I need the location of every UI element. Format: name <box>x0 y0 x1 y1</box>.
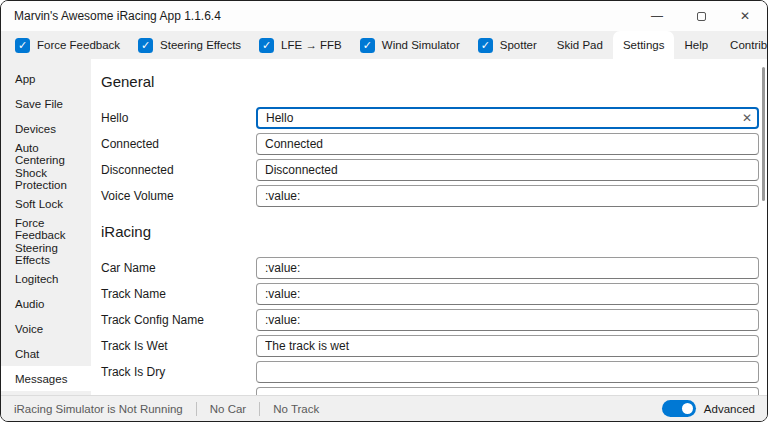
minimize-icon: — <box>651 10 663 22</box>
track-is-wet-input[interactable] <box>256 335 759 357</box>
tab-bar: ✓ Force Feedback ✓ Steering Effects ✓ LF… <box>1 31 767 59</box>
sidebar-item-label: Voice <box>15 323 43 335</box>
car-name-input[interactable] <box>256 257 759 279</box>
section-title-general: General <box>101 73 759 91</box>
content-area: App Save File Devices Auto Centering Sho… <box>1 59 767 395</box>
check-icon: ✓ <box>481 40 490 51</box>
field-label: Track Name <box>101 287 256 301</box>
tab-label: Help <box>684 39 708 51</box>
field-label: Car Name <box>101 261 256 275</box>
sidebar-item-soft-lock[interactable]: Soft Lock <box>1 191 91 216</box>
disconnected-input[interactable] <box>256 159 759 181</box>
status-bar: iRacing Simulator is Not Running No Car … <box>1 395 767 421</box>
sidebar-item-steering-effects[interactable]: Steering Effects <box>1 241 91 266</box>
sidebar-item-shock-protection[interactable]: Shock Protection <box>1 166 91 191</box>
track-is-dry-input[interactable] <box>256 361 759 383</box>
field-row-car-name: Car Name <box>101 257 759 279</box>
field-label: Track Is Wet <box>101 339 256 353</box>
sidebar-item-save-file[interactable]: Save File <box>1 91 91 116</box>
tab-label: Steering Effects <box>160 39 241 51</box>
sidebar-item-auto-centering[interactable]: Auto Centering <box>1 141 91 166</box>
tab-help[interactable]: Help <box>674 31 718 59</box>
lfe-ffb-checkbox[interactable]: ✓ <box>259 38 274 53</box>
sidebar-item-label: Logitech <box>15 273 58 285</box>
app-window: Marvin's Awesome iRacing App 1.1.6.4 — ✕… <box>0 0 768 422</box>
tab-lfe-ffb[interactable]: ✓ LFE → FFB <box>251 31 350 59</box>
tab-skid-pad[interactable]: Skid Pad <box>547 31 613 59</box>
tab-settings[interactable]: Settings <box>613 31 675 59</box>
input-wrap <box>256 309 759 331</box>
field-label: Disconnected <box>101 163 256 177</box>
sidebar-item-label: Steering Effects <box>15 242 91 266</box>
window-title: Marvin's Awesome iRacing App 1.1.6.4 <box>1 9 635 23</box>
steering-effects-checkbox[interactable]: ✓ <box>138 38 153 53</box>
input-wrap <box>256 133 759 155</box>
tab-label: Spotter <box>500 39 537 51</box>
advanced-toggle-label: Advanced <box>704 403 755 415</box>
field-row-track-name: Track Name <box>101 283 759 305</box>
input-wrap <box>256 283 759 305</box>
tab-contribute[interactable]: Contribute <box>720 31 768 59</box>
close-button[interactable]: ✕ <box>723 1 767 31</box>
sidebar-item-chat[interactable]: Chat <box>1 341 91 366</box>
track-status-text: No Track <box>260 403 332 415</box>
toggle-knob <box>682 403 693 414</box>
field-row-track-is-dry: Track Is Dry <box>101 361 759 383</box>
field-row-disconnected: Disconnected <box>101 159 759 181</box>
tab-label: Skid Pad <box>557 39 603 51</box>
minimize-button[interactable]: — <box>635 1 679 31</box>
check-icon: ✓ <box>262 40 271 51</box>
sidebar-item-force-feedback[interactable]: Force Feedback <box>1 216 91 241</box>
vertical-scrollbar[interactable] <box>762 67 765 201</box>
field-row-track-config-name: Track Config Name <box>101 309 759 331</box>
wind-simulator-checkbox[interactable]: ✓ <box>360 38 375 53</box>
sidebar-item-label: Force Feedback <box>15 217 91 241</box>
sim-status-text: iRacing Simulator is Not Running <box>1 403 196 415</box>
connected-input[interactable] <box>256 133 759 155</box>
sidebar-item-logitech[interactable]: Logitech <box>1 266 91 291</box>
sidebar-item-voice[interactable]: Voice <box>1 316 91 341</box>
input-wrap <box>256 335 759 357</box>
tab-spotter[interactable]: ✓ Spotter <box>470 31 545 59</box>
track-config-name-input[interactable] <box>256 309 759 331</box>
field-label: Connected <box>101 137 256 151</box>
sidebar-item-label: Messages <box>15 373 67 385</box>
settings-sidebar: App Save File Devices Auto Centering Sho… <box>1 59 91 395</box>
spotter-checkbox[interactable]: ✓ <box>478 38 493 53</box>
field-input-partial[interactable] <box>256 387 759 395</box>
settings-panel: General Hello ✕ Connected Disconnect <box>91 59 767 395</box>
hello-input[interactable] <box>256 107 759 129</box>
tab-wind-simulator[interactable]: ✓ Wind Simulator <box>352 31 468 59</box>
input-wrap <box>256 159 759 181</box>
voice-volume-input[interactable] <box>256 185 759 207</box>
clear-icon: ✕ <box>742 111 752 125</box>
tab-label: Contribute <box>730 39 768 51</box>
sidebar-item-app[interactable]: App <box>1 66 91 91</box>
track-name-input[interactable] <box>256 283 759 305</box>
sidebar-item-label: Shock Protection <box>15 167 91 191</box>
tab-steering-effects[interactable]: ✓ Steering Effects <box>130 31 249 59</box>
input-wrap <box>256 387 759 395</box>
tab-label: Settings <box>623 39 665 51</box>
field-label: Voice Volume <box>101 189 256 203</box>
title-bar: Marvin's Awesome iRacing App 1.1.6.4 — ✕ <box>1 1 767 31</box>
advanced-toggle[interactable] <box>662 400 696 417</box>
input-wrap <box>256 257 759 279</box>
sidebar-item-label: Save File <box>15 98 63 110</box>
clear-text-button[interactable]: ✕ <box>742 112 752 124</box>
tab-force-feedback[interactable]: ✓ Force Feedback <box>7 31 128 59</box>
maximize-button[interactable] <box>679 1 723 31</box>
force-feedback-checkbox[interactable]: ✓ <box>15 38 30 53</box>
check-icon: ✓ <box>18 40 27 51</box>
check-icon: ✓ <box>141 40 150 51</box>
field-label: Track Config Name <box>101 313 256 327</box>
tab-label: Force Feedback <box>37 39 120 51</box>
sidebar-item-messages[interactable]: Messages <box>1 366 91 391</box>
field-label: Hello <box>101 111 256 125</box>
sidebar-item-label: Soft Lock <box>15 198 63 210</box>
sidebar-item-devices[interactable]: Devices <box>1 116 91 141</box>
general-fields: Hello ✕ Connected Disconnected <box>101 107 759 207</box>
input-wrap <box>256 361 759 383</box>
sidebar-item-label: Chat <box>15 348 39 360</box>
sidebar-item-audio[interactable]: Audio <box>1 291 91 316</box>
